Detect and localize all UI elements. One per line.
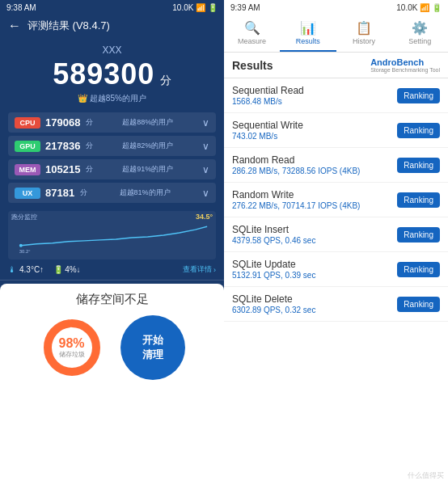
benchmark-info: SQLite Update 5132.91 QPS, 0.39 sec bbox=[232, 259, 397, 280]
back-arrow[interactable]: ← bbox=[8, 19, 21, 33]
measure-label: Measure bbox=[238, 37, 266, 45]
battery-info: 🔋 4%↓ bbox=[53, 265, 80, 274]
chart-label-tr: 34.5° bbox=[196, 213, 213, 221]
androbench-logo: AndroBench bbox=[370, 57, 440, 67]
metrics-grid: CPU 179068 分 超越88%的用户 ∨ GPU 217836 分 超越8… bbox=[0, 108, 224, 208]
measure-icon: 🔍 bbox=[244, 20, 260, 36]
metric-unit: 分 bbox=[80, 188, 87, 198]
storage-donut: 98% 储存垃圾 bbox=[40, 315, 104, 380]
benchmark-name: SQLite Delete bbox=[232, 293, 397, 305]
benchmark-value: 4379.58 QPS, 0.46 sec bbox=[232, 236, 397, 245]
ranking-button[interactable]: Ranking bbox=[397, 262, 440, 277]
svg-text:30.2°: 30.2° bbox=[19, 249, 31, 254]
chart-section: 跑分监控 34.5° 30.2° bbox=[8, 211, 216, 259]
score-unit: 分 bbox=[160, 74, 171, 86]
metric-row: CPU 179068 分 超越88%的用户 ∨ bbox=[8, 112, 216, 133]
benchmark-item: SQLite Delete 6302.89 QPS, 0.32 sec Rank… bbox=[224, 287, 448, 322]
benchmark-value: 286.28 MB/s, 73288.56 IOPS (4KB) bbox=[232, 167, 397, 175]
chevron-right-icon: › bbox=[213, 266, 216, 274]
benchmark-value: 743.02 MB/s bbox=[232, 132, 397, 141]
top-bar-title: 评测结果 (V8.4.7) bbox=[27, 19, 110, 33]
benchmark-list: Sequential Read 1568.48 MB/s Ranking Seq… bbox=[224, 78, 448, 485]
ranking-button[interactable]: Ranking bbox=[397, 227, 440, 242]
benchmark-name: SQLite Insert bbox=[232, 224, 397, 235]
metric-left: CPU 179068 分 bbox=[15, 116, 93, 129]
svg-point-0 bbox=[19, 244, 23, 247]
benchmark-value: 5132.91 QPS, 0.39 sec bbox=[232, 271, 397, 280]
chart-detail-link[interactable]: 查看详情 › bbox=[183, 264, 216, 275]
benchmark-info: SQLite Insert 4379.58 QPS, 0.46 sec bbox=[232, 224, 397, 245]
score-number: 589300 bbox=[53, 57, 154, 91]
storage-actions: 98% 储存垃圾 开始 清理 bbox=[8, 315, 216, 380]
metric-unit: 分 bbox=[86, 141, 93, 151]
metric-value: 105215 bbox=[45, 163, 80, 175]
benchmark-name: Random Read bbox=[232, 154, 397, 166]
start-clean-button[interactable]: 开始 清理 bbox=[120, 315, 185, 380]
metric-left: UX 87181 分 bbox=[15, 187, 87, 199]
signal-wifi-left: 10.0K 📶 🔋 bbox=[172, 3, 218, 12]
metric-value: 87181 bbox=[45, 187, 74, 199]
chevron-down-icon: ∨ bbox=[202, 164, 209, 175]
results-label: Results bbox=[296, 37, 320, 45]
benchmark-info: Random Read 286.28 MB/s, 73288.56 IOPS (… bbox=[232, 154, 397, 175]
tab-setting[interactable]: ⚙️ Setting bbox=[392, 15, 448, 52]
chart-label-tl: 跑分监控 bbox=[11, 213, 37, 221]
benchmark-item: Sequential Write 743.02 MB/s Ranking bbox=[224, 113, 448, 148]
ranking-button[interactable]: Ranking bbox=[397, 192, 440, 208]
metric-row: UX 87181 分 超越81%的用户 ∨ bbox=[8, 183, 216, 203]
setting-icon: ⚙️ bbox=[412, 20, 428, 36]
metric-left: GPU 217836 分 bbox=[15, 140, 93, 152]
metric-unit: 分 bbox=[86, 117, 93, 128]
benchmark-item: SQLite Insert 4379.58 QPS, 0.46 sec Rank… bbox=[224, 217, 448, 252]
temp-value: 4.3°C↑ bbox=[19, 265, 44, 274]
benchmark-value: 276.22 MB/s, 70714.17 IOPS (4KB) bbox=[232, 201, 397, 210]
benchmark-item: SQLite Update 5132.91 QPS, 0.39 sec Rank… bbox=[224, 252, 448, 287]
metric-badge: MEM bbox=[15, 164, 40, 175]
chevron-down-icon: ∨ bbox=[202, 188, 209, 199]
tab-results[interactable]: 📊 Results bbox=[280, 15, 336, 52]
left-panel: 9:38 AM 10.0K 📶 🔋 ← 评测结果 (V8.4.7) XXX 58… bbox=[0, 0, 224, 485]
top-bar-left: ← 评测结果 (V8.4.7) bbox=[0, 15, 224, 38]
metric-value: 179068 bbox=[45, 116, 80, 129]
chevron-down-icon: ∨ bbox=[202, 141, 209, 152]
right-panel: 9:39 AM 10.0K 📶 🔋 🔍 Measure 📊 Results 📋 … bbox=[224, 0, 448, 485]
results-icon: 📊 bbox=[300, 20, 316, 36]
benchmark-info: Random Write 276.22 MB/s, 70714.17 IOPS … bbox=[232, 189, 397, 210]
benchmark-info: Sequential Write 743.02 MB/s bbox=[232, 120, 397, 141]
results-header: Results AndroBench Storage Benchmarking … bbox=[224, 53, 448, 78]
device-name: XXX bbox=[0, 44, 224, 56]
ranking-button[interactable]: Ranking bbox=[397, 123, 440, 138]
metric-left: MEM 105215 分 bbox=[15, 163, 93, 175]
ranking-button[interactable]: Ranking bbox=[397, 297, 440, 312]
benchmark-info: Sequential Read 1568.48 MB/s bbox=[232, 85, 397, 106]
tab-measure[interactable]: 🔍 Measure bbox=[224, 15, 280, 52]
history-icon: 📋 bbox=[356, 20, 372, 36]
status-bar-left: 9:38 AM 10.0K 📶 🔋 bbox=[0, 0, 224, 15]
benchmark-name: Sequential Read bbox=[232, 85, 397, 96]
divider bbox=[0, 280, 224, 280]
metric-row: GPU 217836 分 超越82%的用户 ∨ bbox=[8, 136, 216, 156]
donut-center: 98% 储存垃圾 bbox=[58, 336, 84, 359]
ranking-button[interactable]: Ranking bbox=[397, 88, 440, 103]
setting-label: Setting bbox=[408, 37, 431, 45]
thermometer-icon: 🌡 bbox=[8, 265, 16, 274]
watermark: 什么值得买 bbox=[408, 470, 444, 481]
signal-wifi-right: 10.0K 📶 🔋 bbox=[396, 3, 442, 12]
donut-label: 储存垃圾 bbox=[58, 351, 84, 359]
ranking-button[interactable]: Ranking bbox=[397, 158, 440, 173]
time-left: 9:38 AM bbox=[6, 3, 36, 12]
benchmark-item: Sequential Read 1568.48 MB/s Ranking bbox=[224, 78, 448, 113]
benchmark-section: Sequential Read 1568.48 MB/s Ranking Seq… bbox=[224, 78, 448, 485]
benchmark-value: 1568.48 MB/s bbox=[232, 97, 397, 106]
androbench-logo-block: AndroBench Storage Benchmarking Tool bbox=[370, 57, 440, 73]
metric-percent: 超越88%的用户 bbox=[122, 117, 173, 128]
tab-history[interactable]: 📋 History bbox=[336, 15, 392, 52]
storage-title: 储存空间不足 bbox=[76, 292, 149, 307]
nav-tabs: 🔍 Measure 📊 Results 📋 History ⚙️ Setting bbox=[224, 15, 448, 53]
chevron-down-icon: ∨ bbox=[202, 117, 209, 129]
metric-badge: GPU bbox=[15, 141, 40, 152]
benchmark-name: Random Write bbox=[232, 189, 397, 200]
metric-percent: 超越91%的用户 bbox=[122, 164, 173, 175]
metric-value: 217836 bbox=[45, 140, 80, 152]
metric-row: MEM 105215 分 超越91%的用户 ∨ bbox=[8, 159, 216, 179]
